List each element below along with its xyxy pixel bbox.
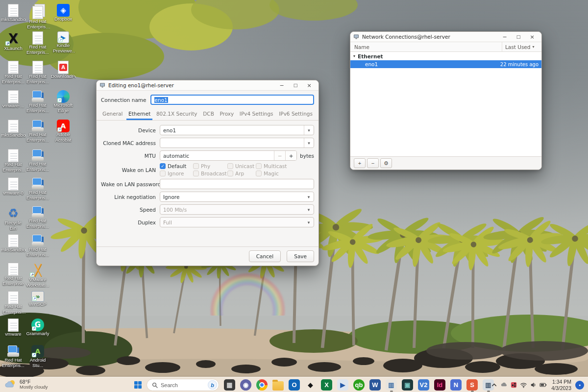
taskbar-app-teams-chat[interactable]: ◉ [238,379,254,391]
wol-checkbox-arp[interactable]: Arp [227,171,256,176]
tray-battery-icon[interactable] [538,380,548,390]
tab-ipv6-settings[interactable]: IPv6 Settings [277,108,315,120]
connection-row-eno1[interactable]: eno122 minutes ago [350,60,541,68]
wol-checkbox-unicast[interactable]: Unicast [227,163,256,169]
last-used-column-header[interactable]: Last Used [502,44,541,50]
desktop-icon-red-hat-enterprise[interactable]: Red Hat Enterprise [1,263,25,286]
start-button[interactable] [130,379,145,391]
desktop-icon-red-hat-enterpris[interactable]: Red Hat Enterpris... [25,206,50,229]
desktop-icon-vmware[interactable]: vmware-... [1,90,25,109]
desktop-icon-mkssandbox[interactable]: mksSandbox... [1,120,25,138]
desktop-icon-vmware-0[interactable]: vmware-0 [1,177,25,196]
tab-ethernet[interactable]: Ethernet [126,108,152,120]
desktop-icon-adobe-acrobat[interactable]: Adobe Acrobat [51,120,75,143]
tab-dcb[interactable]: DCB [201,108,216,120]
connections-window-minimize-button[interactable]: − [498,33,511,41]
notification-badge[interactable] [575,381,584,390]
taskbar-clock[interactable]: 1:34 PM 4/3/2023 [551,379,571,391]
tray-volume-icon[interactable] [528,380,538,390]
connections-window-maximize-button[interactable]: □ [512,33,525,41]
taskbar-app-quickbooks[interactable]: qb [351,379,367,391]
link-negotiation-combobox[interactable]: Ignore ▾ [160,192,314,202]
desktop-icon-red-hat-enterpris[interactable]: Red Hat Enterpris... [25,149,50,172]
wol-checkbox-default[interactable]: Default [160,163,193,169]
tab-802-1x-security[interactable]: 802.1X Security [154,108,199,120]
connections-titlebar[interactable]: Network Connections@rhel-server −□× [350,32,541,42]
tab-ipv4-settings[interactable]: IPv4 Settings [238,108,275,120]
desktop-icon-android-stu[interactable]: Android Stu... [25,345,50,368]
desktop-icon-red-hat-enterpris[interactable]: Red Hat Enterpris... [1,61,25,84]
taskbar-app-chrome[interactable] [254,379,270,391]
wol-checkbox-magic[interactable]: Magic [256,171,287,176]
taskbar-app-file-explorer[interactable] [270,379,286,391]
desktop-icon-downloadpdf[interactable]: DownloadPdf [51,61,75,79]
weather-widget[interactable]: 68°F Mostly cloudy [5,379,48,390]
tab-proxy[interactable]: Proxy [218,108,236,120]
desktop-icon-red-hat-enterpris[interactable]: Red Hat Enterpris... [25,177,50,200]
remove-connection-button[interactable]: − [367,158,379,168]
desktop-icon-recycle-bin[interactable]: Recycle Bin [1,206,25,231]
editor-titlebar[interactable]: Editing eno1@rhel-server −□× [97,80,318,91]
desktop-icon-winscp[interactable]: WinSCP [25,291,50,307]
tray-app-grid-icon[interactable] [509,380,518,390]
desktop-icon-red-hat-enterpris[interactable]: Red Hat Enterpris... [25,31,50,55]
device-combobox[interactable]: eno1 ▾ [160,125,314,135]
taskbar-app-blue-notes[interactable]: N [448,379,464,391]
taskbar-app-excel[interactable]: X [318,379,335,391]
taskbar-app-outlook[interactable]: O [286,379,302,391]
desktop-icon-microsoft-edge[interactable]: Microsoft Edge [51,90,75,113]
mtu-increase-button[interactable]: + [285,151,296,160]
desktop-icon-grammarly[interactable]: Grammarly [25,318,50,337]
connections-window-close-button[interactable]: × [526,33,539,41]
desktop-icon-red-hat-enterpris[interactable]: Red Hat Enterpris... [25,120,50,143]
taskbar-app-indesign[interactable]: Id [432,379,448,391]
wol-password-input[interactable] [160,179,314,189]
wol-checkbox-phy[interactable]: Phy [193,163,227,169]
taskbar-app-sublime[interactable]: S [464,379,480,391]
tray-wifi-icon[interactable] [518,380,528,390]
settings-connection-button[interactable]: ⚙ [380,158,392,168]
desktop-icon-red-hat-enterpris[interactable]: Red Hat Enterpris... [25,90,50,113]
add-connection-button[interactable]: + [354,158,366,168]
desktop-icon-red-hat-enterpris[interactable]: Red Hat Enterpris... [25,234,50,257]
desktop-icon-vmware-workstati[interactable]: VMware Workstati... [25,263,50,288]
taskbar-app-v2-app[interactable]: V2 [416,379,432,391]
taskbar-app-word[interactable]: W [367,379,383,391]
desktop-icon-red-hat-enterpris[interactable]: Red Hat Enterpris... [25,61,50,84]
wol-checkbox-multicast[interactable]: Multicast [256,163,287,169]
search-box[interactable]: Search b [147,379,219,391]
cancel-button[interactable]: Cancel [249,250,281,262]
tab-general[interactable]: General [100,108,124,120]
connection-group-ethernet[interactable]: Ethernet [350,52,541,60]
desktop-icon-vmware[interactable]: vmware [1,318,25,337]
cloned-mac-combobox[interactable]: ▾ [160,138,314,148]
desktop-icon-mkssandbo[interactable]: mksSandbo... [1,4,25,23]
connection-name-input[interactable]: eno1 [150,95,314,105]
taskbar-app-widgets-dark[interactable]: ▦ [221,379,238,391]
wol-checkbox-ignore[interactable]: Ignore [160,171,193,176]
desktop-icon-red-hat-enterpris[interactable]: Red Hat Enterpris... [1,345,25,368]
taskbar-app-teal-tool[interactable]: ▣ [399,379,416,391]
wol-checkbox-broadcast[interactable]: Broadcast [193,171,227,176]
taskbar-app-mremoteng[interactable]: ▥ [383,379,399,391]
desktop-icon-xlaunch[interactable]: XLaunch [1,31,25,51]
chevron-down-icon[interactable]: ▾ [304,138,314,147]
mtu-decrease-button[interactable]: − [274,151,285,160]
desktop-icon-dropbox[interactable]: Dropbox [51,4,75,22]
tray-onedrive-icon[interactable] [499,380,509,390]
chevron-down-icon[interactable]: ▾ [304,125,314,135]
tray-chevron-up-icon[interactable] [489,380,499,390]
desktop-icon-kindle-previewer-3[interactable]: Kindle Previewer 3 [51,31,75,53]
mtu-spinner[interactable]: automatic − + [160,150,297,161]
taskbar-app-remote-viewer[interactable]: ▶ [335,379,351,391]
save-button[interactable]: Save [287,250,314,262]
desktop-icon-red-hat-enterprise-l[interactable]: Red Hat Enterprise L... [25,4,50,29]
editor-window-minimize-button[interactable]: − [275,81,288,90]
desktop-icon-red-hat-enterprise-l[interactable]: Red Hat Enterprise L [1,291,25,315]
editor-window-maximize-button[interactable]: □ [289,81,302,90]
desktop-icon-mkssandbox[interactable]: mksSandbox [1,234,25,253]
desktop-icon-red-hat-enterprise-l[interactable]: Red Hat Enterprise L... [1,149,25,172]
bing-icon[interactable]: b [208,380,217,390]
editor-window-close-button[interactable]: × [303,81,316,90]
name-column-header[interactable]: Name [350,42,502,51]
